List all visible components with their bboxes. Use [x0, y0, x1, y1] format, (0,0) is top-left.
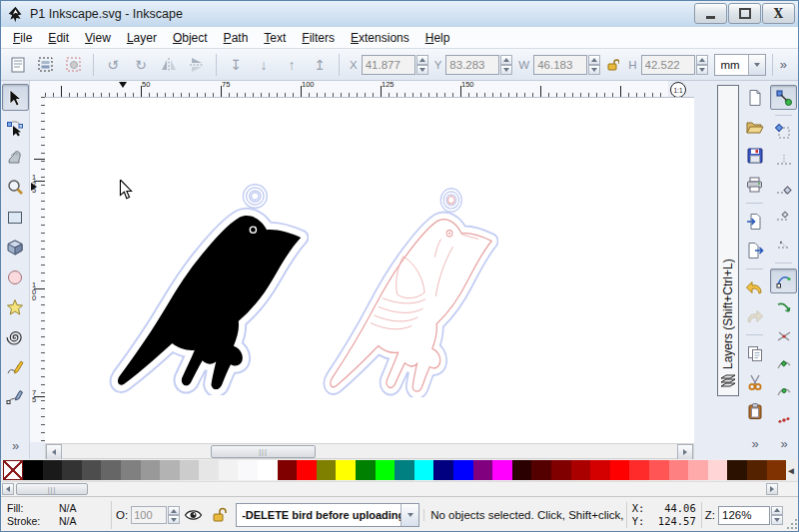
height-input[interactable]	[641, 55, 695, 75]
palette-scroll-right-button[interactable]	[766, 483, 778, 495]
titlebar[interactable]: P1 Inkscape.svg - Inkscape X	[1, 1, 798, 28]
import-button[interactable]	[741, 209, 768, 235]
vertical-ruler[interactable]: 125 100 75	[30, 97, 46, 442]
open-document-button[interactable]	[741, 114, 768, 140]
palette-swatch[interactable]	[258, 460, 278, 480]
raise-button[interactable]: ↑	[279, 52, 305, 78]
layers-dock-tab[interactable]: Layers (Shift+Ctrl+L)	[717, 85, 739, 396]
palette-swatch[interactable]	[199, 460, 219, 480]
tool-rectangle-button[interactable]	[2, 204, 29, 231]
snap-cusp-nodes-button[interactable]	[770, 352, 797, 377]
palette-swatch[interactable]	[669, 460, 689, 480]
palette-swatch[interactable]	[747, 460, 767, 480]
undo-button[interactable]	[741, 274, 768, 300]
snap-bbox-edge-midpoints-button[interactable]	[770, 205, 797, 230]
redo-button[interactable]	[741, 303, 768, 329]
palette-swatch[interactable]	[629, 460, 649, 480]
palette-swatch[interactable]	[767, 460, 787, 480]
tool-zoom-button[interactable]	[2, 174, 29, 201]
palette-swatch[interactable]	[376, 460, 396, 480]
palette-swatch[interactable]	[433, 460, 453, 480]
layer-lock-toggle[interactable]	[206, 502, 232, 528]
menu-text[interactable]: Text	[256, 29, 294, 47]
horizontal-ruler[interactable]: 50 75 100 125 150	[45, 81, 668, 98]
snap-toggle-button[interactable]	[770, 85, 797, 110]
deselect-button[interactable]	[61, 52, 87, 78]
palette-swatch[interactable]	[590, 460, 610, 480]
palette-none-swatch[interactable]	[3, 460, 23, 480]
palette-swatch[interactable]	[571, 460, 591, 480]
palette-swatch[interactable]	[141, 460, 161, 480]
palette-swatch[interactable]	[43, 460, 63, 480]
palette-swatch[interactable]	[356, 460, 376, 480]
palette-swatch[interactable]	[531, 460, 551, 480]
palette-swatch[interactable]	[297, 460, 317, 480]
palette-swatch[interactable]	[160, 460, 180, 480]
tool-pencil-button[interactable]	[2, 353, 29, 380]
lower-to-bottom-button[interactable]: ↧	[223, 52, 249, 78]
commands-overflow-button[interactable]: »	[751, 436, 757, 451]
bird-silhouette-object[interactable]	[109, 184, 309, 395]
y-input[interactable]	[445, 55, 499, 75]
tool-spiral-button[interactable]	[2, 323, 29, 350]
palette-swatch[interactable]	[180, 460, 200, 480]
palette-scroll-thumb[interactable]: |||	[16, 483, 88, 495]
new-document-button[interactable]	[741, 85, 768, 111]
palette-swatch[interactable]	[23, 460, 43, 480]
opacity-spinner[interactable]	[168, 506, 180, 524]
canvas[interactable]	[45, 97, 694, 443]
window-resize-grip[interactable]	[786, 518, 798, 530]
menu-extensions[interactable]: Extensions	[343, 29, 417, 47]
tool-selector-button[interactable]	[2, 84, 29, 111]
tool-node-editor-button[interactable]	[2, 114, 29, 141]
palette-swatch[interactable]	[688, 460, 708, 480]
tool-star-button[interactable]	[2, 293, 29, 320]
menu-file[interactable]: File	[5, 29, 40, 47]
palette-swatch[interactable]	[238, 460, 258, 480]
fill-stroke-indicator[interactable]: Fill: N/A Stroke: N/A	[3, 502, 107, 528]
raise-to-top-button[interactable]: ↥	[307, 52, 333, 78]
select-all-button[interactable]	[5, 52, 31, 78]
snap-smooth-nodes-button[interactable]	[770, 380, 797, 405]
scroll-left-button[interactable]	[46, 444, 62, 460]
save-button[interactable]	[741, 143, 768, 169]
export-button[interactable]	[741, 238, 768, 264]
snap-bbox-centers-button[interactable]	[770, 233, 797, 258]
menu-help[interactable]: Help	[417, 29, 458, 47]
menu-view[interactable]: View	[77, 29, 119, 47]
print-button[interactable]	[741, 172, 768, 198]
units-select[interactable]: mm	[714, 54, 766, 76]
palette-swatch[interactable]	[727, 460, 747, 480]
snap-bbox-button[interactable]	[770, 121, 797, 146]
layer-select[interactable]: -DELETE bird before uploading	[236, 503, 419, 527]
palette-swatch[interactable]	[610, 460, 630, 480]
snap-midpoints-button[interactable]	[770, 408, 797, 433]
snap-nodes-toggle-button[interactable]	[770, 268, 797, 293]
horizontal-scroll-thumb[interactable]: |||	[211, 445, 316, 458]
toolbox-overflow-button[interactable]: »	[12, 438, 18, 453]
width-spinner[interactable]	[588, 55, 600, 75]
snap-path-intersections-button[interactable]	[770, 324, 797, 349]
tool-pen-button[interactable]	[2, 383, 29, 410]
palette-swatch[interactable]	[649, 460, 669, 480]
select-all-layers-button[interactable]	[33, 52, 59, 78]
bird-outline-object[interactable]	[323, 188, 498, 397]
tool-tweak-button[interactable]	[2, 144, 29, 171]
width-input[interactable]	[533, 55, 587, 75]
rotate-cw-button[interactable]: ↻	[128, 52, 154, 78]
palette-scroll-left-icon[interactable]: ◄	[786, 465, 796, 476]
menu-path[interactable]: Path	[216, 29, 257, 47]
palette-swatch[interactable]	[551, 460, 571, 480]
cut-button[interactable]	[741, 369, 768, 395]
palette-swatch[interactable]	[219, 460, 239, 480]
palette-swatch[interactable]	[317, 460, 337, 480]
opacity-input[interactable]	[131, 506, 167, 524]
snap-overflow-button[interactable]: »	[780, 436, 786, 451]
x-input[interactable]	[362, 55, 415, 75]
flip-vertical-button[interactable]	[184, 52, 210, 78]
zoom-input[interactable]	[718, 506, 770, 525]
copy-button[interactable]	[741, 340, 768, 366]
x-spinner[interactable]	[416, 55, 428, 75]
palette-swatch[interactable]	[62, 460, 82, 480]
palette-swatch[interactable]	[336, 460, 356, 480]
